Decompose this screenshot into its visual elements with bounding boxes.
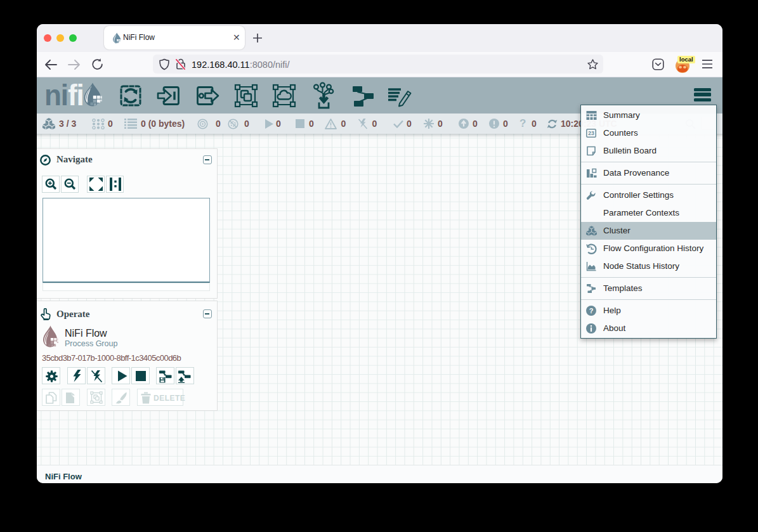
svg-text:23: 23 bbox=[588, 130, 594, 136]
svg-text:?: ? bbox=[589, 307, 594, 315]
